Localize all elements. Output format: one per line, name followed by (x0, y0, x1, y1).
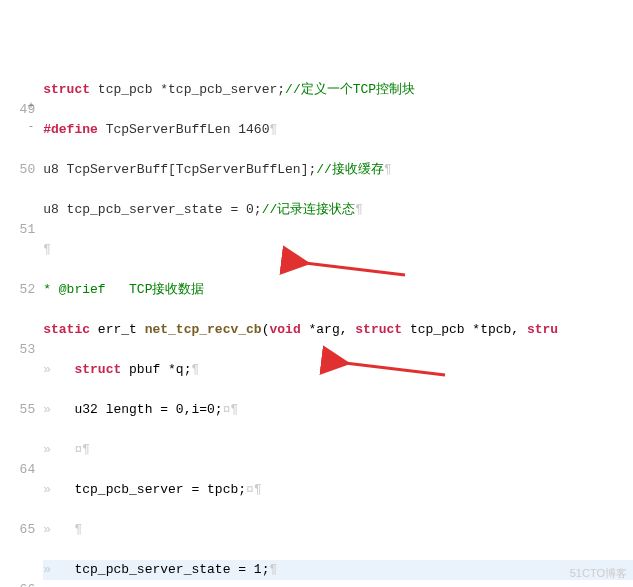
code-line-highlighted[interactable]: » tcp_pcb_server_state = 1;¶ (43, 560, 633, 580)
eol-marker: ¶ (269, 122, 277, 137)
code-line[interactable]: » u32 length = 0,i=0;¤¶ (43, 400, 633, 420)
tab-marker: » (43, 442, 51, 457)
fold-collapsed-icon[interactable]: + (28, 101, 34, 112)
line-number: 64 (4, 460, 35, 480)
code-text: tcp_pcb_server_state = 1; (74, 562, 269, 577)
eol-marker: ¶ (355, 202, 363, 217)
code-line[interactable]: static err_t net_tcp_recv_cb(void *arg, … (43, 320, 633, 340)
code-text: tcp_pcb_server = tpcb; (74, 482, 246, 497)
eol-marker: ¶ (191, 362, 199, 377)
line-number-gutter: 49 50 51 52 53 55 64 65 66 67 68 69 70 7… (0, 60, 43, 587)
code-area[interactable]: struct tcp_pcb *tcp_pcb_server;//定义一个TCP… (43, 60, 633, 587)
line-number: 55 (4, 400, 35, 420)
code-line[interactable]: » ¶ (43, 520, 633, 540)
code-text: pbuf *q; (121, 362, 191, 377)
code-line[interactable]: struct tcp_pcb *tcp_pcb_server;//定义一个TCP… (43, 80, 633, 100)
fold-expanded-icon[interactable]: - (28, 121, 34, 132)
comment: //记录连接状态 (262, 202, 356, 217)
code-line[interactable]: * @brief TCP接收数据 (43, 280, 633, 300)
tab-marker: » (43, 402, 51, 417)
code-line[interactable]: » ¤¶ (43, 440, 633, 460)
line-number: 50 (4, 160, 35, 180)
line-number: 66 (4, 580, 35, 587)
code-text: tcp_pcb *tpcb, (402, 322, 527, 337)
eol-marker: ¶ (43, 242, 51, 257)
code-line[interactable]: u8 TcpServerBuff[TcpServerBuffLen];//接收缓… (43, 160, 633, 180)
keyword: struct (355, 322, 402, 337)
function-name: net_tcp_recv_cb (145, 322, 262, 337)
code-line[interactable]: ¶ (43, 240, 633, 260)
code-line[interactable]: » tcp_pcb_server = tpcb;¤¶ (43, 480, 633, 500)
keyword: static (43, 322, 90, 337)
code-text: u8 TcpServerBuff[TcpServerBuffLen]; (43, 162, 316, 177)
comment: //定义一个TCP控制块 (285, 82, 415, 97)
space-marker: ¤ (246, 482, 254, 497)
tab-marker: » (43, 482, 51, 497)
line-number: 52 (4, 280, 35, 300)
code-text: err_t (90, 322, 145, 337)
line-number: 51 (4, 220, 35, 240)
code-editor[interactable]: 49 50 51 52 53 55 64 65 66 67 68 69 70 7… (0, 60, 633, 587)
code-line[interactable]: » struct pbuf *q;¶ (43, 360, 633, 380)
tab-marker: » (43, 562, 51, 577)
watermark: 51CTO博客 (570, 566, 627, 581)
code-text: u32 length = 0,i=0; (74, 402, 222, 417)
eol-marker: ¶ (230, 402, 238, 417)
keyword: #define (43, 122, 98, 137)
eol-marker: ¶ (82, 442, 90, 457)
code-text: tcp_pcb *tcp_pcb_server; (90, 82, 285, 97)
keyword: struct (74, 362, 121, 377)
tab-marker: » (43, 522, 51, 537)
eol-marker: ¶ (269, 562, 277, 577)
code-text: TcpServerBuffLen 1460 (98, 122, 270, 137)
code-text: *arg, (301, 322, 356, 337)
line-number: 65 (4, 520, 35, 540)
code-text: u8 tcp_pcb_server_state = 0; (43, 202, 261, 217)
code-line[interactable]: u8 tcp_pcb_server_state = 0;//记录连接状态¶ (43, 200, 633, 220)
eol-marker: ¶ (384, 162, 392, 177)
keyword: struct (43, 82, 90, 97)
comment: * @brief TCP接收数据 (43, 282, 204, 297)
comment: //接收缓存 (316, 162, 384, 177)
tab-marker: » (43, 362, 51, 377)
eol-marker: ¶ (254, 482, 262, 497)
keyword: stru (527, 322, 558, 337)
code-line[interactable]: #define TcpServerBuffLen 1460¶ (43, 120, 633, 140)
keyword: void (269, 322, 300, 337)
line-number: 53 (4, 340, 35, 360)
eol-marker: ¶ (74, 522, 82, 537)
